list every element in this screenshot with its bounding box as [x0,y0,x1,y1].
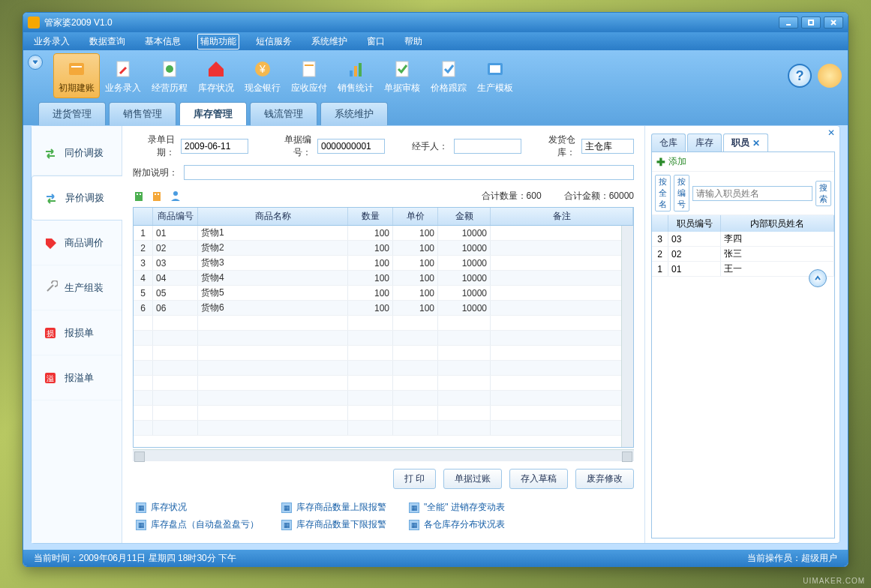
grid-header-6[interactable]: 备注 [491,208,633,225]
table-row[interactable]: 303货物310010010000 [134,256,633,271]
table-row[interactable] [134,346,633,361]
quick-link-0-0[interactable]: ▦库存状况 [136,501,259,514]
doc-input[interactable] [317,139,385,154]
side-item-4[interactable]: 损报损单 [32,310,122,356]
main-tab-1[interactable]: 销售管理 [109,102,176,125]
menu-3[interactable]: 辅助功能 [197,34,239,50]
toolbar-chart-icon[interactable]: 销售统计 [332,53,379,98]
filter-by-code-button[interactable]: 按编号 [674,175,689,212]
side-item-5[interactable]: 溢报溢单 [32,356,122,400]
menu-1[interactable]: 数据查询 [86,34,128,50]
right-header-0[interactable] [652,215,668,232]
table-row[interactable] [134,406,633,421]
help-icon[interactable]: ? [788,64,812,88]
right-header-1[interactable]: 职员编号 [668,215,721,232]
svg-text:损: 损 [47,329,54,338]
quick-link-1-1[interactable]: ▦库存商品数量下限报警 [281,518,386,531]
note-input[interactable] [184,165,634,180]
staff-row[interactable]: 101王一 [652,262,834,277]
warehouse-input[interactable] [581,139,634,154]
right-tab-1[interactable]: 库存 [687,134,722,152]
action-button-1[interactable]: 单据过账 [443,469,502,489]
side-item-0[interactable]: 同价调拨 [32,130,122,176]
action-button-2[interactable]: 存入草稿 [509,469,568,489]
grid-header-2[interactable]: 商品名称 [198,208,348,225]
table-row[interactable]: 505货物510010010000 [134,286,633,301]
maximize-button[interactable] [801,16,821,28]
action-button-3[interactable]: 废弃修改 [575,469,634,489]
table-row[interactable] [134,376,633,391]
search-button[interactable]: 搜索 [815,181,831,206]
right-tab-0[interactable]: 仓库 [651,134,686,152]
table-row[interactable]: 404货物410010010000 [134,271,633,286]
date-input[interactable] [181,139,248,154]
price-tag-icon [42,235,59,251]
menu-2[interactable]: 基本信息 [142,34,184,50]
grid-header-3[interactable]: 数量 [348,208,393,225]
menu-4[interactable]: 短信服务 [253,34,295,50]
quick-link-2-0[interactable]: ▦"全能" 进销存变动表 [409,501,505,514]
menu-0[interactable]: 业务录入 [31,34,73,50]
toolbar-receipt-icon[interactable]: 应收应付 [286,53,332,98]
grid-header-5[interactable]: 金额 [438,208,491,225]
staff-row[interactable]: 202张三 [652,247,834,262]
quick-link-1-0[interactable]: ▦库存商品数量上限报警 [281,501,386,514]
side-item-1[interactable]: 异价调拨 [32,176,122,220]
toolbar-yen-icon[interactable]: ¥现金银行 [239,53,286,98]
toolbar-approve-icon[interactable]: 单据审核 [379,53,425,98]
close-button[interactable] [824,16,843,28]
building-orange-icon[interactable] [151,189,164,202]
side-item-3[interactable]: 生产组装 [32,266,122,310]
toolbar-track-icon[interactable]: 价格跟踪 [425,53,472,98]
track-icon [437,58,460,80]
toolbar-pencil-icon[interactable]: 业务录入 [100,53,146,98]
main-tab-4[interactable]: 系统维护 [320,102,388,125]
grid-header-0[interactable] [134,208,153,225]
table-row[interactable]: 606货物610010010000 [134,301,633,316]
menu-5[interactable]: 系统维护 [308,34,350,50]
toolbar-ledger-icon[interactable]: 初期建账 [53,53,100,98]
grid-header-4[interactable]: 单价 [393,208,438,225]
menu-6[interactable]: 窗口 [364,34,388,50]
scroll-up-button[interactable] [809,269,827,287]
add-button[interactable]: ✚ 添加 [652,152,834,172]
building-green-icon[interactable] [133,189,146,202]
toolbar-collapse-button[interactable] [28,55,43,70]
staff-row[interactable]: 303李四 [652,232,834,247]
filter-by-name-button[interactable]: 按全名 [655,175,671,212]
menu-7[interactable]: 帮助 [401,34,425,50]
quick-link-0-1[interactable]: ▦库存盘点（自动盘盈盘亏） [136,518,259,531]
quick-link-2-1[interactable]: ▦各仓库存分布状况表 [409,518,505,531]
side-item-2[interactable]: 商品调价 [32,220,122,266]
tab-close-icon[interactable]: ✕ [752,138,760,148]
table-row[interactable]: 202货物210010010000 [134,241,633,256]
person-icon[interactable] [169,189,182,202]
grid-header-1[interactable]: 商品编号 [153,208,198,225]
action-button-0[interactable]: 打 印 [393,469,436,489]
swirl-icon[interactable] [818,64,842,88]
main-tab-3[interactable]: 钱流管理 [250,102,317,125]
table-row[interactable] [134,421,633,436]
table-row[interactable] [134,331,633,346]
grid-vscroll[interactable] [621,226,633,447]
toolbar-template-icon[interactable]: 生产模板 [472,53,518,98]
staff-search-input[interactable] [692,186,812,201]
table-row[interactable]: 101货物110010010000 [134,226,633,241]
toolbar-house-icon[interactable]: 库存状况 [193,53,239,98]
handler-input[interactable] [454,139,521,154]
main-tab-2[interactable]: 库存管理 [179,102,247,125]
toolbar-history-icon[interactable]: 经营历程 [146,53,193,98]
right-header-2[interactable]: 内部职员姓名 [721,215,834,232]
minimize-button[interactable] [779,16,798,28]
table-row[interactable] [134,361,633,376]
main-tab-0[interactable]: 进货管理 [38,102,106,125]
svg-text:溢: 溢 [47,374,54,382]
yen-icon: ¥ [251,58,274,80]
right-tab-2[interactable]: 职员✕ [723,134,768,152]
svg-rect-30 [158,194,159,195]
panel-close-icon[interactable]: ✕ [827,128,835,138]
table-row[interactable] [134,391,633,406]
grid-hscroll[interactable] [133,449,634,461]
table-row[interactable] [134,316,633,331]
pencil-icon [112,58,134,80]
